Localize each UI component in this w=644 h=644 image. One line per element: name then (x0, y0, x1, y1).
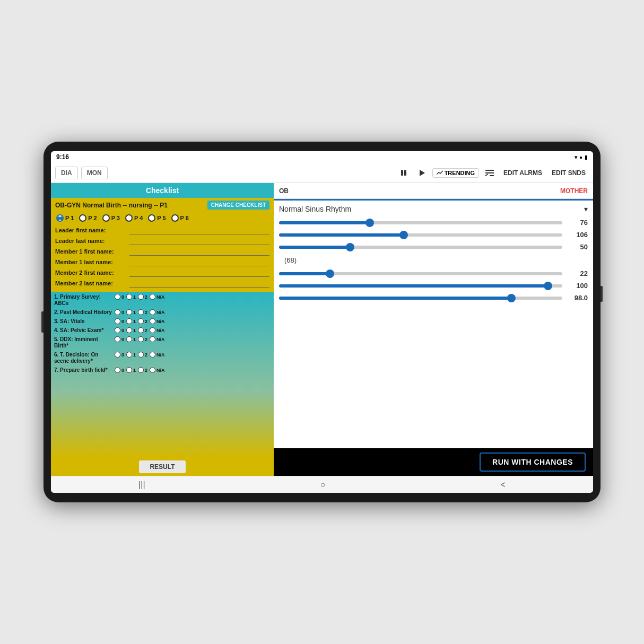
option-na[interactable]: N/A (150, 336, 165, 342)
option-2[interactable]: 2 (138, 309, 147, 315)
checklist-title: OB-GYN Normal Birth -- nursing -- P1 (55, 202, 168, 209)
option-0[interactable]: 0 (115, 352, 124, 358)
option-na[interactable]: N/A (150, 309, 165, 315)
leader-first-name-label: Leader first name: (55, 227, 129, 233)
option-2[interactable]: 2 (138, 367, 147, 373)
option-2[interactable]: 2 (138, 294, 147, 300)
tab-mon[interactable]: MON (81, 167, 108, 179)
member1-first-name-input[interactable] (129, 247, 269, 256)
option-na[interactable]: N/A (150, 367, 165, 373)
leader-first-name-input[interactable] (129, 226, 269, 234)
option-1[interactable]: 1 (126, 318, 136, 324)
option-0[interactable]: 0 (115, 294, 124, 300)
status-bar: 9:16 ▾ ● ▮ (51, 151, 593, 163)
option-na[interactable]: N/A (150, 318, 165, 324)
trending-button[interactable]: TRENDING (432, 168, 479, 178)
tab-dia[interactable]: DIA (55, 167, 78, 179)
volume-button[interactable] (41, 311, 43, 333)
radio-p2[interactable]: P 2 (79, 214, 97, 222)
sliders-area: 76 106 (274, 215, 593, 448)
checklist-item-7-label: 7. Prepare birth field* (54, 367, 112, 373)
change-checklist-button[interactable]: CHANGE CHECKLIST (207, 201, 269, 210)
option-na[interactable]: N/A (150, 294, 165, 300)
toolbar: DIA MON TRENDING EDIT ALRMS EDIT SNDS (51, 163, 593, 183)
checklist-item-1-options: 0 1 2 N/A (115, 294, 165, 300)
radio-p4[interactable]: P 4 (125, 214, 143, 222)
tablet-screen: 9:16 ▾ ● ▮ DIA MON TRENDING (51, 151, 593, 493)
option-0[interactable]: 0 (115, 309, 124, 315)
radio-p3[interactable]: P 3 (102, 214, 120, 222)
option-1[interactable]: 1 (126, 294, 136, 300)
member2-first-name-row: Member 2 first name: (55, 268, 269, 277)
result-button[interactable]: RESULT (139, 460, 185, 473)
rhythm-select-row: Normal Sinus Rhythm ▾ (274, 203, 593, 215)
option-na[interactable]: N/A (150, 352, 165, 358)
slider-value-2: 106 (567, 231, 588, 239)
recent-apps-icon[interactable]: ||| (138, 480, 145, 490)
radio-p1[interactable]: P 1 (56, 214, 74, 222)
svg-rect-0 (401, 170, 403, 176)
leader-last-name-row: Leader last name: (55, 237, 269, 245)
member2-last-name-input[interactable] (129, 279, 269, 288)
radio-circle-p3 (102, 214, 110, 222)
parenthetical-value: (68) (279, 255, 588, 265)
run-with-changes-button[interactable]: RUN WITH CHANGES (480, 452, 586, 472)
checklist-header: Checklist (51, 183, 274, 198)
checklist-item-6: 6. T. Decision: On scene delivery* 0 1 2… (54, 352, 271, 364)
member2-first-name-label: Member 2 first name: (55, 269, 129, 276)
back-icon[interactable]: < (501, 480, 506, 490)
checklist-item-4-label: 4. SA: Pelvic Exam* (54, 327, 112, 334)
slider-value-4: 22 (567, 269, 588, 277)
power-button[interactable] (601, 286, 603, 302)
wifi-icon: ▾ (575, 154, 577, 160)
slider-track-3[interactable] (279, 246, 562, 249)
option-0[interactable]: 0 (115, 327, 124, 333)
checklist-items: 1. Primary Survey: ABCs 0 1 2 N/A 2. Pas… (51, 292, 274, 458)
option-2[interactable]: 2 (138, 336, 147, 342)
radio-p5[interactable]: P 5 (148, 214, 166, 222)
option-2[interactable]: 2 (138, 327, 147, 333)
option-1[interactable]: 1 (126, 352, 136, 358)
radio-p6[interactable]: P 6 (171, 214, 189, 222)
svg-rect-1 (404, 170, 406, 176)
play-button[interactable] (414, 166, 429, 180)
option-0[interactable]: 0 (115, 318, 124, 324)
slider-track-4[interactable] (279, 272, 562, 275)
option-2[interactable]: 2 (138, 352, 147, 358)
slider-row-1: 76 (279, 219, 588, 227)
slider-value-5: 100 (567, 282, 588, 290)
page-radio-group: P 1 P 2 P 3 P 4 (51, 212, 274, 224)
slider-value-1: 76 (567, 219, 588, 227)
member1-first-name-label: Member 1 first name: (55, 248, 129, 255)
option-0[interactable]: 0 (115, 367, 124, 373)
option-1[interactable]: 1 (126, 336, 136, 342)
slider-value-6: 98.0 (567, 294, 588, 302)
option-2[interactable]: 2 (138, 318, 147, 324)
option-na[interactable]: N/A (150, 327, 165, 333)
option-1[interactable]: 1 (126, 327, 136, 333)
member2-first-name-input[interactable] (129, 268, 269, 277)
slider-track-1[interactable] (279, 221, 562, 224)
checklist-item-2: 2. Past Medical History 0 1 2 N/A (54, 309, 271, 316)
radio-circle-p1 (56, 214, 64, 222)
slider-track-2[interactable] (279, 233, 562, 237)
option-1[interactable]: 1 (126, 367, 136, 373)
radio-circle-p4 (125, 214, 133, 222)
home-icon[interactable]: ○ (320, 480, 326, 490)
left-panel: Checklist OB-GYN Normal Birth -- nursing… (51, 183, 274, 476)
rhythm-label: Normal Sinus Rhythm (279, 205, 351, 213)
leader-last-name-input[interactable] (129, 237, 269, 245)
pause-button[interactable] (396, 166, 411, 180)
edit-alarms-button[interactable]: EDIT ALRMS (500, 168, 545, 178)
edit-sounds-button[interactable]: EDIT SNDS (549, 168, 589, 178)
option-0[interactable]: 0 (115, 336, 124, 342)
slider-track-6[interactable] (279, 297, 562, 300)
slider-track-5[interactable] (279, 284, 562, 288)
menu-icon[interactable] (482, 166, 497, 180)
member1-last-name-input[interactable] (129, 258, 269, 266)
main-content: Checklist OB-GYN Normal Birth -- nursing… (51, 183, 593, 476)
option-1[interactable]: 1 (126, 309, 136, 315)
rhythm-dropdown-icon[interactable]: ▾ (584, 205, 588, 213)
signal-icon: ● (579, 154, 582, 160)
radio-label-p1: P 1 (65, 215, 74, 221)
